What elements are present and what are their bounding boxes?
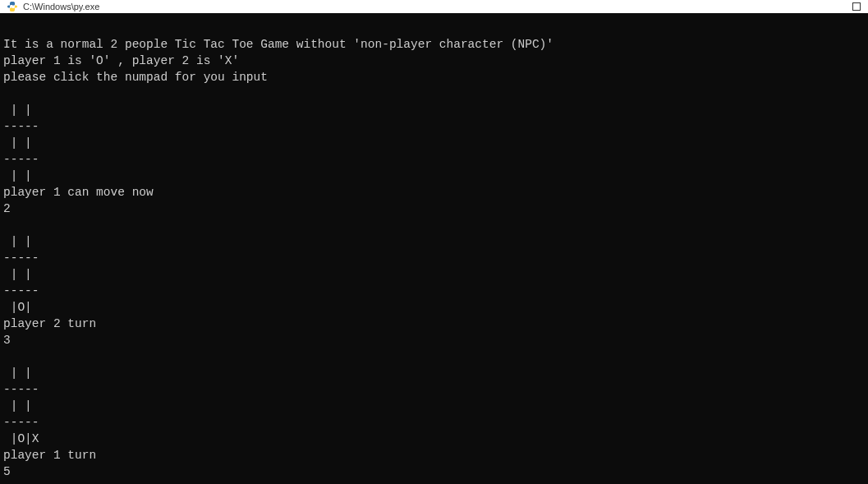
console-line: please click the numpad for you input — [3, 69, 865, 85]
console-line: |O|X — [3, 431, 865, 447]
console-line: | | — [3, 266, 865, 283]
console-line: ----- — [3, 381, 865, 398]
window-title: C:\Windows\py.exe — [23, 2, 99, 12]
console-line: ----- — [3, 283, 865, 299]
console-line: ----- — [3, 118, 865, 135]
console-line — [3, 348, 865, 365]
console-line — [3, 20, 865, 36]
console-line: 2 — [3, 201, 865, 217]
svg-rect-0 — [853, 3, 861, 11]
console-line: | | — [3, 135, 865, 151]
console-output[interactable]: It is a normal 2 people Tic Tac Toe Game… — [0, 13, 868, 484]
console-line: | | — [3, 398, 865, 414]
console-line: player 1 turn — [3, 447, 865, 463]
console-line: It is a normal 2 people Tic Tac Toe Game… — [3, 36, 865, 53]
console-line: 5 — [3, 463, 865, 480]
console-line: | | — [3, 168, 865, 184]
window-title-bar: C:\Windows\py.exe — [0, 0, 868, 13]
window-controls — [852, 2, 861, 12]
console-line: ----- — [3, 151, 865, 168]
console-line: | | — [3, 233, 865, 250]
console-line: |O| — [3, 299, 865, 316]
console-line — [3, 217, 865, 233]
console-line: player 1 can move now — [3, 184, 865, 201]
console-line: | | — [3, 365, 865, 381]
python-icon — [7, 1, 18, 12]
console-line: player 2 turn — [3, 316, 865, 332]
console-line — [3, 85, 865, 102]
maximize-icon[interactable] — [852, 2, 861, 12]
console-line: player 1 is 'O' , player 2 is 'X' — [3, 53, 865, 69]
console-line: ----- — [3, 250, 865, 266]
console-line: ----- — [3, 414, 865, 431]
console-line: | | — [3, 102, 865, 118]
console-line: 3 — [3, 332, 865, 348]
title-left-group: C:\Windows\py.exe — [7, 1, 99, 12]
